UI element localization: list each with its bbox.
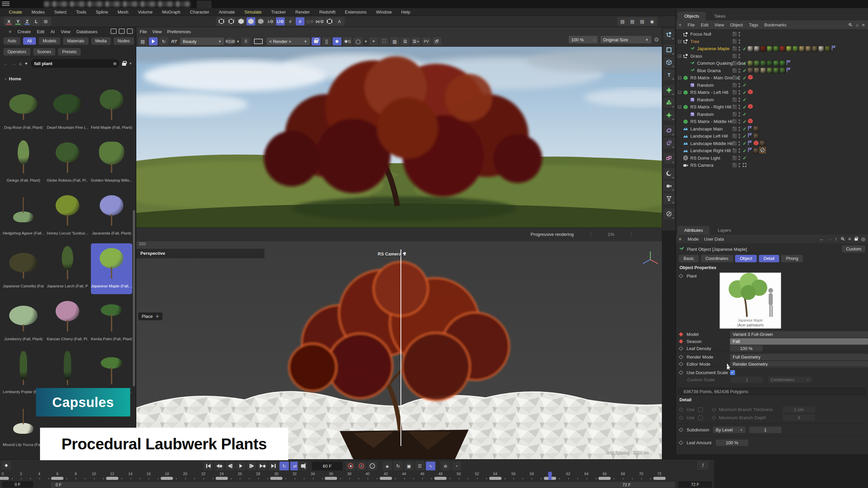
enabled-check-icon[interactable]: ✓ — [742, 155, 747, 161]
enabled-check-icon[interactable]: ✓ — [742, 90, 747, 95]
material-tag[interactable] — [747, 60, 753, 66]
edit-toggle-icon[interactable] — [732, 54, 737, 58]
material-tag[interactable] — [773, 46, 779, 52]
solo-object-icon[interactable]: ◔ — [452, 462, 461, 470]
material-tag[interactable] — [812, 46, 818, 52]
material-tag[interactable] — [780, 67, 786, 74]
render-select[interactable]: < Render >▼ — [267, 38, 310, 45]
search-input[interactable]: fall plant ⊗ — [31, 59, 119, 68]
record-options-icon[interactable]: ◦ — [368, 462, 377, 470]
app-menu-icon[interactable] — [2, 2, 9, 6]
axis-lock-y[interactable]: Y — [14, 17, 22, 25]
zoom-value-field[interactable]: 100 %↕ — [569, 36, 598, 43]
menu-create[interactable]: Create — [9, 9, 22, 15]
attr-tab-coordinates[interactable]: Coordinates — [701, 255, 733, 262]
visibility-dots[interactable] — [738, 134, 740, 138]
layout-tab[interactable] — [197, 1, 212, 8]
play-icon[interactable] — [236, 462, 245, 470]
funnel-icon[interactable] — [664, 193, 674, 204]
edit-toggle-icon[interactable] — [732, 163, 737, 167]
object-row-focus-null-0[interactable]: Focus Null — [676, 30, 868, 38]
material-tag[interactable] — [747, 46, 753, 52]
material-tag[interactable] — [799, 46, 805, 52]
axis-lock-z[interactable]: Z — [23, 17, 31, 25]
visibility-dots[interactable] — [738, 46, 740, 51]
object-row-landscape-left-hill-14[interactable]: Landscape Left Hill✓ — [676, 133, 868, 140]
material-tag[interactable] — [805, 46, 811, 52]
tab-attributes[interactable]: Attributes — [677, 226, 710, 235]
material-tag[interactable] — [792, 46, 798, 52]
material-tag[interactable] — [767, 60, 773, 66]
edit-pencil-icon[interactable] — [664, 208, 674, 219]
keyframe-nav-icon[interactable] — [1, 461, 11, 470]
asset-item-field-maple-fall-plant[interactable]: Field Maple (Fall, Plant) — [91, 85, 132, 136]
attr-tab-phong[interactable]: Phong — [781, 255, 803, 262]
asset-item-kentia-palm-fall-plant[interactable]: Kentia Palm (Fall, Plant) — [91, 296, 132, 347]
region-image-icon[interactable]: ⛶ — [380, 37, 389, 45]
hexagon-broken-icon[interactable] — [256, 17, 265, 25]
asset-item-ginkgo-fall-plant[interactable]: Ginkgo (Fall, Plant) — [3, 138, 44, 188]
grid-icon[interactable]: # — [286, 17, 295, 25]
material-tag[interactable] — [753, 133, 759, 139]
edit-toggle-icon[interactable] — [732, 156, 737, 160]
attr-tab-object[interactable]: Object — [735, 255, 757, 262]
generator-gear-icon[interactable] — [664, 110, 674, 121]
hexagon-icon[interactable] — [325, 17, 334, 25]
asset-item-japanese-larch-fall-pl[interactable]: Japanese Larch (Fall, Pl... — [47, 243, 88, 294]
timeline-key-marker[interactable] — [0, 477, 9, 480]
redshift-tag-icon[interactable] — [753, 140, 759, 147]
record-keyframe-icon[interactable] — [346, 462, 355, 470]
deformer-axis-icon[interactable] — [664, 138, 674, 148]
solo-off-icon[interactable]: ⊜ — [441, 462, 450, 470]
filmstrip-icon[interactable]: ▤ — [138, 37, 147, 45]
visibility-dots[interactable] — [738, 90, 740, 95]
object-row-landscape-right-hill-16[interactable]: Landscape Right Hill✓ — [676, 147, 868, 154]
object-row-landscape-main-13[interactable]: Landscape Main✓ — [676, 125, 868, 133]
expand-toggle-icon[interactable]: – — [678, 76, 681, 79]
magnet-gear-icon[interactable]: U⚙ — [276, 17, 285, 25]
playhead[interactable] — [548, 472, 552, 480]
visibility-dots[interactable] — [738, 141, 740, 146]
search-icon[interactable]: 🔍︎ — [841, 236, 845, 242]
prev-frame-icon[interactable] — [225, 462, 235, 470]
filter-operators[interactable]: Operators — [3, 48, 31, 56]
object-menu-bookmarks[interactable]: Bookmarks — [764, 22, 786, 27]
use-checkbox[interactable] — [698, 407, 703, 412]
dither-grid-icon[interactable]: ⠿ — [241, 37, 250, 45]
cube-icon[interactable] — [664, 57, 674, 68]
hamburger-icon[interactable]: ≡ — [9, 29, 12, 34]
subdivision-value[interactable]: 1 — [749, 427, 782, 433]
up-icon[interactable]: ↑ — [835, 236, 837, 242]
key-position-icon[interactable]: ◈ — [382, 462, 392, 470]
loop-playback-icon[interactable]: ↻ — [279, 462, 289, 470]
attr-tab-basic[interactable]: Basic — [679, 255, 699, 262]
material-tag[interactable] — [754, 46, 760, 52]
clear-search-icon[interactable]: ⊗ — [113, 61, 117, 66]
range-end-field[interactable]: 72 F — [678, 481, 712, 488]
visibility-dots[interactable] — [738, 156, 740, 160]
edit-toggle-icon[interactable] — [732, 76, 737, 80]
hexagon-dot-icon[interactable] — [217, 17, 226, 25]
edit-toggle-icon[interactable] — [732, 68, 737, 73]
axis-lock-x[interactable]: X — [5, 17, 13, 25]
material-tag[interactable] — [753, 148, 759, 154]
menu-volume[interactable]: Volume — [138, 9, 153, 15]
chevron-down-icon[interactable]: ▼ — [129, 62, 132, 65]
layout-icon[interactable] — [119, 28, 125, 34]
expand-toggle-icon[interactable]: – — [678, 91, 681, 94]
visibility-dots[interactable] — [738, 148, 740, 153]
attr-value-custom-scale[interactable]: 1 — [731, 377, 763, 383]
image-icon[interactable]: 🖻 — [401, 37, 410, 45]
visibility-dots[interactable] — [738, 32, 740, 36]
refresh-icon[interactable]: ↻ — [159, 37, 168, 45]
edit-toggle-icon[interactable] — [732, 112, 737, 117]
render-menu-view[interactable]: View — [152, 29, 162, 34]
asset-item-dog-rose-fall-plant[interactable]: Dog-Rose (Fall, Plant) — [3, 85, 44, 136]
attr-tab-detail[interactable]: Detail — [759, 255, 779, 262]
circle-select-icon[interactable]: ◯ — [354, 37, 362, 45]
object-row-common-quaking-grass-4[interactable]: Common Quaking Grass✓ — [676, 60, 868, 67]
object-menu-object[interactable]: Object — [730, 22, 743, 27]
asset-scrollbar[interactable] — [133, 210, 135, 386]
filter-nodes[interactable]: Nodes — [114, 37, 134, 45]
menu-extensions[interactable]: Extensions — [345, 9, 367, 15]
